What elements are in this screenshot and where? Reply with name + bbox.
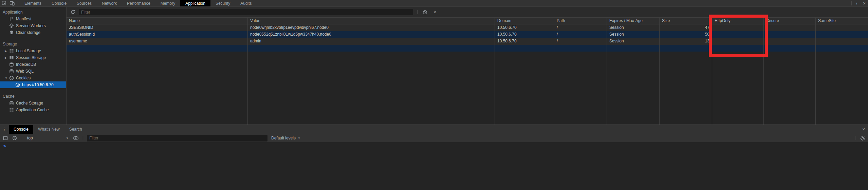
drawer-tab-bar: ⋮ Console What's New Search × <box>0 125 868 134</box>
cell-samesite[interactable] <box>816 38 868 45</box>
cookies-table-header: Name Value Domain Path Expires / Max-Age… <box>67 18 868 24</box>
console-filter-input[interactable] <box>87 135 267 141</box>
cell-size[interactable]: 47 <box>660 24 712 31</box>
column-header-secure[interactable]: Secure <box>764 18 816 24</box>
tab-memory[interactable]: Memory <box>155 0 180 6</box>
sidebar-item-cookie-origin[interactable]: https://10.50.6.70 <box>0 81 66 88</box>
tab-audits[interactable]: Audits <box>235 0 257 6</box>
cell-domain[interactable]: 10.50.6.70 <box>495 24 554 31</box>
cookies-filter-input[interactable] <box>79 9 413 15</box>
more-options-icon[interactable]: ⋮ <box>853 0 861 6</box>
console-messages-area[interactable]: > <box>0 142 868 190</box>
console-prompt-row[interactable]: > <box>0 142 868 150</box>
close-drawer-icon[interactable]: × <box>859 125 868 134</box>
sidebar-item-manifest[interactable]: Manifest <box>0 16 66 22</box>
cell-httponly[interactable] <box>712 31 764 38</box>
sidebar-item-indexeddb[interactable]: IndexedDB <box>0 61 66 68</box>
sidebar-item-cookies[interactable]: ▼ Cookies <box>0 75 66 81</box>
table-row-authsessionid[interactable]: authSessionId node0552q51znbli01w1d5pw33… <box>67 31 868 38</box>
trash-icon <box>9 30 14 35</box>
cell-name[interactable]: JSESSIONID <box>67 24 248 31</box>
console-sidebar-icon <box>3 136 8 140</box>
device-toolbar-button[interactable] <box>8 0 16 6</box>
sidebar-item-web-sql[interactable]: Web SQL <box>0 68 66 75</box>
cell-secure[interactable] <box>764 24 816 31</box>
column-header-samesite[interactable]: SameSite <box>816 18 868 24</box>
sidebar-item-local-storage[interactable]: ▶ Local Storage <box>0 48 66 54</box>
console-settings-button[interactable] <box>859 135 866 141</box>
sidebar-item-application-cache[interactable]: Application Cache <box>0 107 66 113</box>
cell-name[interactable]: authSessionId <box>67 31 248 38</box>
cell-secure[interactable] <box>764 38 816 45</box>
tab-console[interactable]: Console <box>47 0 72 6</box>
cell-value[interactable]: node0wrjmb2xvb9p1eevpdvibvpnl67.node0 <box>248 24 495 31</box>
cell-path[interactable]: / <box>554 31 607 38</box>
cell-expires[interactable]: Session <box>607 24 660 31</box>
cell-secure[interactable] <box>764 31 816 38</box>
drawer-tab-whats-new[interactable]: What's New <box>33 125 64 134</box>
cell-value[interactable]: admin <box>248 38 495 45</box>
clear-console-button[interactable] <box>11 135 18 141</box>
column-header-value[interactable]: Value <box>248 18 495 24</box>
column-header-name[interactable]: Name <box>67 18 248 24</box>
tab-security[interactable]: Security <box>210 0 235 6</box>
javascript-context-selector[interactable]: top ▼ <box>26 136 70 140</box>
cell-path[interactable]: / <box>554 38 607 45</box>
refresh-button[interactable] <box>69 9 76 16</box>
sidebar-item-session-storage[interactable]: ▶ Session Storage <box>0 54 66 61</box>
cell-samesite[interactable] <box>816 24 868 31</box>
cell-domain[interactable]: 10.50.6.70 <box>495 38 554 45</box>
sidebar-section-storage: Storage ▶ Local Storage ▶ <box>0 41 66 88</box>
cell-value[interactable]: node0552q51znbli01w1d5pw3347h40.node0 <box>248 31 495 38</box>
cell-expires[interactable]: Session <box>607 38 660 45</box>
toolbar-divider <box>22 136 22 140</box>
sidebar-item-label: Manifest <box>16 17 31 21</box>
sidebar-item-cache-storage[interactable]: Cache Storage <box>0 100 66 107</box>
devtools-tab-bar: Elements Console Sources Network Perform… <box>0 0 868 7</box>
sidebar-item-label: Cache Storage <box>16 101 43 106</box>
tab-application[interactable]: Application <box>180 0 210 6</box>
cell-httponly[interactable] <box>712 38 764 45</box>
column-header-path[interactable]: Path <box>554 18 607 24</box>
drawer-menu-icon[interactable]: ⋮ <box>0 125 9 134</box>
drawer-tab-console[interactable]: Console <box>9 125 33 134</box>
toolbar-divider <box>851 1 852 5</box>
panel-tabs: Elements Console Sources Network Perform… <box>19 0 257 6</box>
clear-all-cookies-button[interactable] <box>422 9 428 16</box>
sidebar-item-label: Cookies <box>16 76 31 80</box>
cell-name[interactable]: username <box>67 38 248 45</box>
drawer-tab-search[interactable]: Search <box>64 125 87 134</box>
tab-performance[interactable]: Performance <box>122 0 155 6</box>
device-toolbar-icon <box>10 1 15 6</box>
column-header-httponly[interactable]: HttpOnly <box>712 18 764 24</box>
tab-elements[interactable]: Elements <box>19 0 47 6</box>
tab-network[interactable]: Network <box>97 0 122 6</box>
table-icon <box>9 108 14 112</box>
cell-domain[interactable]: 10.50.6.70 <box>495 31 554 38</box>
delete-selected-icon[interactable]: × <box>431 10 439 15</box>
toolbar-divider <box>855 136 855 140</box>
table-row-empty[interactable] <box>67 45 868 52</box>
cell-size[interactable]: 50 <box>660 31 712 38</box>
column-header-size[interactable]: Size <box>660 18 712 24</box>
console-sidebar-toggle-button[interactable] <box>2 135 9 141</box>
column-header-domain[interactable]: Domain <box>495 18 554 24</box>
cookies-view: × Name Value Domain Path Expires / Max-A… <box>67 7 868 125</box>
cell-httponly[interactable] <box>712 24 764 31</box>
tab-sources[interactable]: Sources <box>72 0 97 6</box>
toolbar-divider <box>417 10 418 14</box>
cell-path[interactable]: / <box>554 24 607 31</box>
table-row-username[interactable]: username admin 10.50.6.70 / Session 13 <box>67 38 868 45</box>
cell-samesite[interactable] <box>816 31 868 38</box>
cell-expires[interactable]: Session <box>607 31 660 38</box>
cell-size[interactable]: 13 <box>660 38 712 45</box>
log-levels-dropdown[interactable]: Default levels ▼ <box>270 136 302 140</box>
sidebar-item-service-workers[interactable]: Service Workers <box>0 22 66 29</box>
database-icon <box>9 69 14 74</box>
column-header-expires[interactable]: Expires / Max-Age <box>607 18 660 24</box>
sidebar-item-clear-storage[interactable]: Clear storage <box>0 29 66 36</box>
close-devtools-icon[interactable]: × <box>861 0 868 6</box>
inspect-element-button[interactable] <box>0 0 8 6</box>
live-expression-button[interactable] <box>72 135 79 141</box>
table-row-jsessionid[interactable]: JSESSIONID node0wrjmb2xvb9p1eevpdvibvpnl… <box>67 24 868 31</box>
